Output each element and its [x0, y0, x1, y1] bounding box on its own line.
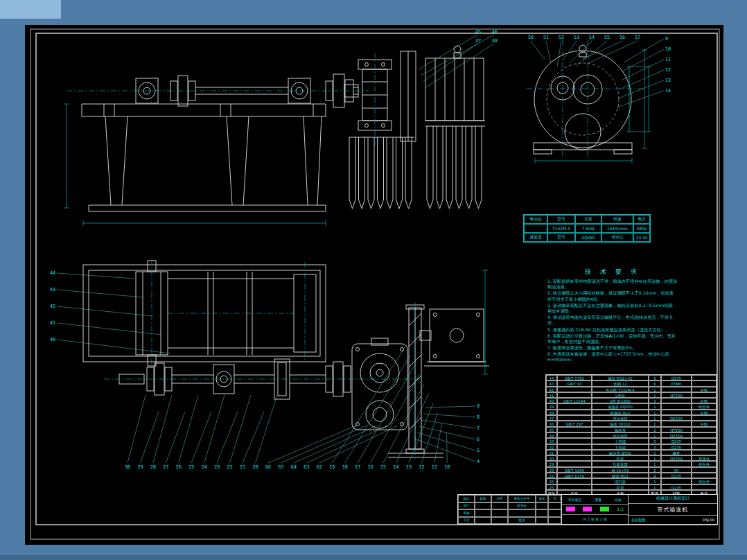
parts-table-cell: [557, 427, 592, 432]
title-block-cell: 设计: [458, 502, 475, 510]
callout-label: 9: [477, 403, 480, 409]
title-block-row: 审核: [458, 509, 561, 517]
callout-label: 10: [444, 464, 450, 470]
title-block-cell: [491, 509, 508, 517]
drawing-subtitle: 总装配图: [631, 518, 646, 523]
parts-table-cell: 29: [546, 461, 557, 466]
callout-label: 14: [393, 464, 398, 470]
parts-table-cell: 1: [649, 484, 661, 490]
motor-table-cell: 传动比: [601, 233, 633, 242]
parts-table-cell: 44: [546, 375, 557, 380]
title-block-row: 标记处数分区更改文件号签名年、月、日: [458, 495, 561, 502]
parts-table-cell: 机架: [592, 455, 649, 461]
title-section: 机械设计课程设计 带式输送机 总装配图 DSJ-00: [629, 495, 717, 524]
callout-label: 17: [355, 464, 360, 470]
parts-table-cell: 39: [546, 403, 557, 409]
parts-table-row: 30机架1Q235A焊接件: [546, 455, 717, 461]
callout-label: 28: [150, 464, 156, 470]
parts-table-cell: HT200: [661, 427, 692, 432]
parts-table-cell: V带轮: [592, 392, 649, 398]
title-block-cell: 分区: [491, 495, 508, 502]
callout-label: 56: [619, 35, 625, 40]
callout-label: 20: [253, 464, 258, 470]
tech-req-line: 8. 外表面涂灰色油漆；滚筒中心距 L=1737.5mm，传动中心高 H=450…: [547, 351, 678, 362]
callout-label: 18: [342, 464, 348, 470]
tech-req-line: 5. 减速器内装 CLB-80 齿轮油至规定油面高度（浸没大齿轮）。: [547, 327, 678, 333]
motor-table-cell: Y132M-4: [547, 224, 575, 233]
parts-table-cell: 清扫器: [592, 478, 649, 484]
motor-table-cell: 型号: [547, 233, 575, 242]
parts-table-cell: 1: [649, 450, 661, 455]
parts-table-cell: Q235: [661, 444, 692, 450]
stage-mark-headers: 阶段标记 重量 比例: [562, 495, 628, 505]
parts-table-row: 37传动滚筒1Q235A: [546, 415, 717, 421]
parts-table-row: 40GB/T 11544V带 B-18003外购: [546, 398, 717, 403]
title-block-cell: 工艺: [458, 517, 475, 525]
parts-table-cell: 34: [546, 432, 557, 438]
title-block-cell: [536, 502, 548, 510]
motor-table-cell: [524, 224, 547, 233]
callout-label: 44: [50, 270, 55, 276]
parts-table-cell: [661, 478, 692, 484]
parts-table-cell: 1: [649, 387, 661, 392]
parts-table-cell: 外购: [692, 421, 717, 426]
parts-table-cell: [661, 410, 692, 415]
parts-table-cell: 32: [546, 444, 557, 450]
callout-label: 23: [214, 464, 220, 470]
parts-table-cell: [692, 484, 717, 490]
callout-label: 48: [492, 38, 498, 44]
tech-req-title: 技 术 要 求: [547, 268, 678, 277]
sheet-count: 共 1 张 第 1 张: [562, 515, 628, 524]
title-block-cell: [548, 502, 561, 510]
title-block-cell: 批准: [508, 517, 536, 525]
motor-table-cell: 1440r/min: [601, 224, 633, 233]
title-block-cell: [475, 502, 491, 510]
parts-table-row: 28GB/T 1096键 16×50245: [546, 467, 717, 473]
parts-table-cell: GB/T 93: [557, 380, 592, 386]
parts-table-row: 41V带轮1HT200: [546, 392, 717, 398]
parts-table-cell: 焊接件: [692, 455, 717, 461]
title-block-cell: 签名: [536, 495, 548, 502]
motor-table-cell: 减速器: [524, 233, 547, 242]
parts-table-cell: 1: [649, 415, 661, 421]
parts-table-cell: 1: [649, 461, 661, 466]
parts-table-cell: [692, 392, 717, 398]
parts-table-cell: 25: [546, 484, 557, 490]
callout-label: 63: [304, 464, 309, 470]
parts-table-cell: 1: [649, 455, 661, 461]
parts-table-cell: HT200: [661, 392, 692, 398]
parts-table-cell: Q235: [661, 375, 692, 380]
title-block-cell: 审核: [458, 509, 475, 517]
callout-label: 42: [50, 304, 55, 309]
parts-table-cell: 电动机 Y132M-4: [592, 387, 649, 392]
parts-table-cell: GB/T 1096: [557, 467, 592, 473]
parts-table-row: 35轴承座2HT200: [546, 427, 717, 432]
parts-table-cell: [692, 415, 717, 421]
motor-table-cell: 功率: [575, 215, 601, 224]
parts-table-cell: 26: [546, 478, 557, 484]
desktop: { "colors": { "background": "#4e7ca6", "…: [0, 0, 747, 560]
parts-table-cell: 42: [546, 387, 557, 392]
callout-label: 55: [604, 35, 610, 40]
parts-table-cell: 减速器 ZQ350: [592, 403, 649, 409]
parts-table-cell: [661, 461, 692, 466]
callout-label: 40: [50, 337, 55, 342]
motor-table-row: Y132M-47.5kW1440r/min380V: [524, 224, 650, 233]
callout-label: 22: [227, 464, 233, 470]
parts-table-cell: 拉紧装置: [592, 461, 649, 466]
parts-table-cell: [557, 415, 592, 421]
callout-label: 62: [317, 464, 322, 470]
parts-table-cell: [557, 438, 592, 444]
title-block: 标记处数分区更改文件号签名年、月、日设计标准化审核工艺批准 阶段标记 重量 比例…: [457, 494, 718, 525]
parts-table-cell: Q235A: [661, 455, 692, 461]
parts-table-cell: 键 16×50: [592, 467, 649, 473]
parts-table-cell: 6: [649, 438, 661, 444]
parts-table-cell: 3: [649, 444, 661, 450]
parts-table-cell: 8: [649, 380, 661, 386]
title-block-cell: 标准化: [508, 502, 536, 510]
motor-table-cell: 7.5kW: [575, 224, 601, 233]
stage-stamp-mark: [600, 507, 609, 511]
parts-table-cell: 2: [649, 427, 661, 432]
parts-table-cell: [692, 375, 717, 380]
callout-label: 66: [265, 464, 271, 470]
